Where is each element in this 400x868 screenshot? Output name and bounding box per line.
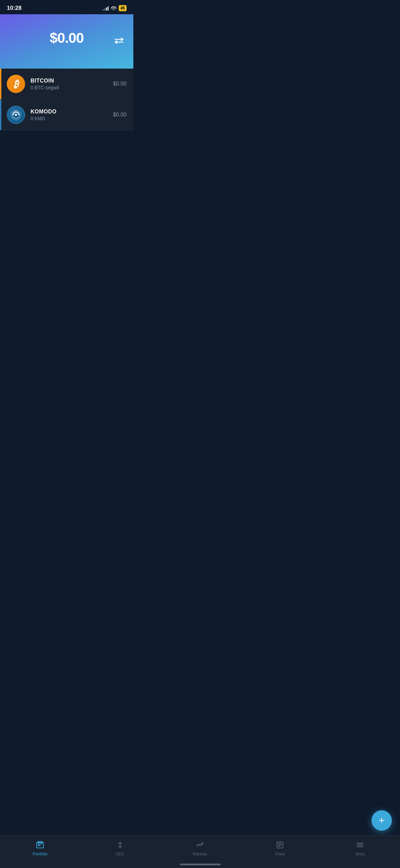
hero-section: $0.00 [0,14,133,69]
signal-bars-icon [102,6,109,11]
bitcoin-info: BITCOIN 0 BTC-segwit [31,78,113,90]
balance-amount: $0.00 [50,30,83,46]
empty-content-area [0,130,133,289]
komodo-name: KOMODO [31,109,113,115]
bitcoin-name: BITCOIN [31,78,113,84]
coin-item-bitcoin[interactable]: ₿ BITCOIN 0 BTC-segwit $0.00 [0,69,133,100]
battery-indicator: 45 [119,5,127,11]
komodo-value: $0.00 [113,112,127,118]
bitcoin-value: $0.00 [113,81,127,87]
coin-item-komodo[interactable]: KOMODO 0 KMD $0.00 [0,100,133,130]
komodo-info: KOMODO 0 KMD [31,109,113,121]
coin-list: ₿ BITCOIN 0 BTC-segwit $0.00 KOMODO 0 KM… [0,69,133,130]
total-balance-display: $0.00 [50,30,83,46]
status-time: 10:28 [7,5,21,12]
bitcoin-icon: ₿ [7,75,25,93]
bitcoin-balance: 0 BTC-segwit [31,85,113,90]
exchange-button[interactable] [112,34,127,49]
komodo-balance: 0 KMD [31,116,113,121]
svg-point-2 [15,114,17,116]
status-icons: 45 [102,5,127,11]
battery-level: 45 [120,6,125,11]
komodo-icon [7,106,25,124]
wifi-icon [111,5,117,11]
status-bar: 10:28 45 [0,0,133,14]
